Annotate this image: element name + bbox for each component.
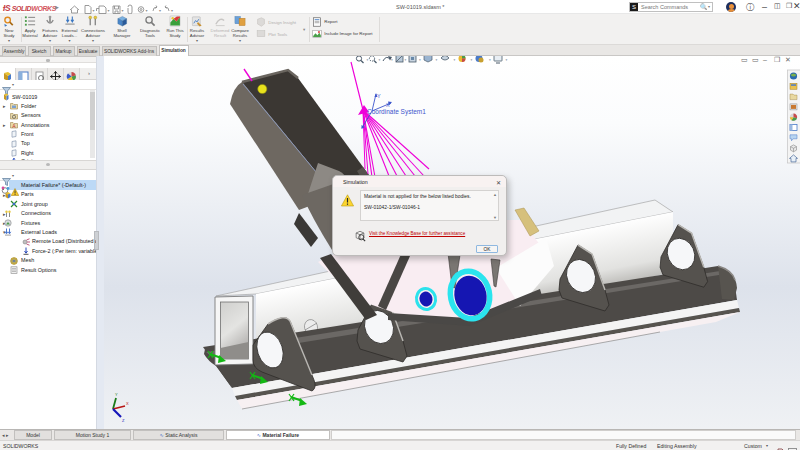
svg-text:▾: ▾ [436, 58, 438, 62]
svg-text:X: X [126, 401, 129, 406]
svg-text:Y: Y [377, 93, 381, 99]
svg-text:▾: ▾ [506, 58, 508, 62]
svg-text:▾: ▾ [471, 58, 473, 62]
svg-text:▾: ▾ [391, 58, 393, 62]
svg-text:▾: ▾ [419, 58, 421, 62]
svg-text:▾: ▾ [379, 58, 381, 62]
svg-text:▾: ▾ [171, 8, 173, 13]
svg-text:▭: ▭ [752, 56, 759, 63]
svg-text:▾: ▾ [108, 8, 110, 13]
svg-text:▭: ▭ [741, 56, 748, 63]
svg-text:▾: ▾ [367, 58, 369, 62]
svg-text:▾: ▾ [405, 58, 407, 62]
svg-text:–: – [763, 56, 767, 63]
svg-text:▾: ▾ [454, 58, 456, 62]
svg-text:Y: Y [115, 392, 118, 397]
svg-text:Coordinate System1: Coordinate System1 [367, 108, 426, 116]
svg-text:❐: ❐ [774, 56, 780, 63]
svg-text:▾: ▾ [122, 8, 124, 13]
svg-text:▾: ▾ [489, 58, 491, 62]
svg-text:✕: ✕ [785, 56, 791, 63]
svg-text:▾: ▾ [146, 8, 148, 13]
svg-text:▾: ▾ [159, 8, 161, 13]
